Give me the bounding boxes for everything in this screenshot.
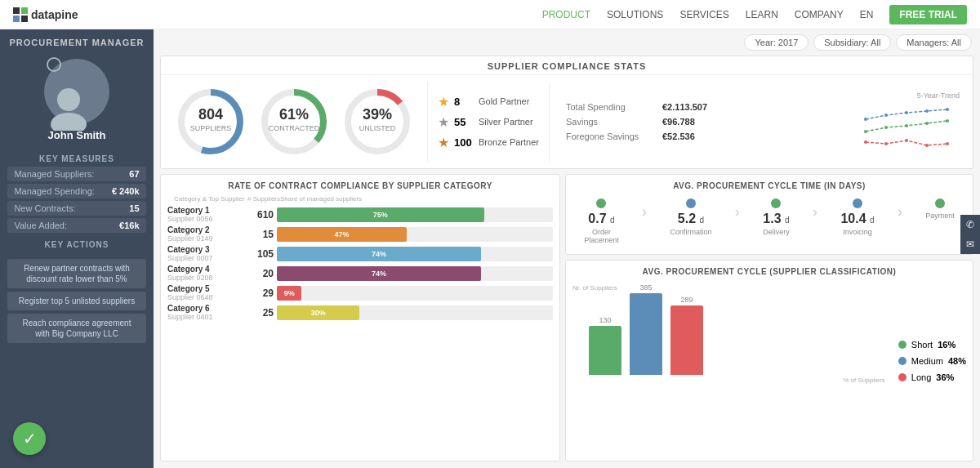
cycle-arrow-2: › bbox=[813, 198, 817, 221]
gauges-section: 804 SUPPLIERS 61% CONTRACTED bbox=[167, 82, 421, 162]
supplier-classification-card: AVG. PROCUREMENT CYCLE (SUPPLIER CLASSIF… bbox=[565, 260, 973, 461]
nav-solutions[interactable]: SOLUTIONS bbox=[607, 9, 663, 20]
cycle-time-card: AVG. PROCUREMENT CYCLE TIME (IN DAYS) 0.… bbox=[565, 174, 973, 255]
svg-rect-3 bbox=[21, 16, 28, 22]
shield-badge[interactable]: ✓ bbox=[13, 422, 46, 455]
spending-savings-label: Savings bbox=[566, 117, 656, 127]
cycle-value-0: 0.7 bbox=[588, 212, 610, 225]
classification-bar-area: Nr. of Suppliers 130 385 bbox=[572, 284, 885, 382]
key-actions-list: Renew partner contracts with discount ra… bbox=[7, 259, 145, 346]
gauge-suppliers-svg: 804 SUPPLIERS bbox=[174, 85, 247, 158]
phone-icon[interactable]: ✆ bbox=[960, 215, 980, 234]
cycle-dot-4 bbox=[935, 198, 945, 208]
bar-fill-2: 74% bbox=[277, 247, 481, 261]
chart-col1-label: Category & Top Supplier bbox=[174, 195, 247, 203]
nav-product[interactable]: PRODUCT bbox=[542, 9, 590, 20]
bar-sup-0: Supplier 0056 bbox=[167, 215, 241, 223]
email-icon[interactable]: ✉ bbox=[960, 234, 980, 254]
nav-lang[interactable]: EN bbox=[860, 9, 874, 20]
gauge-unlisted-svg: 39% UNLISTED bbox=[341, 85, 414, 158]
spending-section: Total Spending €2.113.507 Savings €96.78… bbox=[556, 82, 849, 162]
action-btn-1[interactable]: Register top 5 unlisted suppliers bbox=[7, 292, 145, 310]
cycle-arrow-0: › bbox=[642, 198, 647, 221]
cycle-step-2: 1.3 d Delivery bbox=[763, 198, 790, 236]
legend-pct-0: 16% bbox=[938, 340, 956, 350]
free-trial-button[interactable]: FREE TRIAL bbox=[889, 5, 967, 25]
trend-chart bbox=[862, 103, 960, 152]
gold-count: 8 bbox=[454, 96, 474, 108]
gold-label: Gold Partner bbox=[479, 96, 529, 106]
svg-point-23 bbox=[864, 130, 867, 133]
bar-count-4: 29 bbox=[244, 287, 274, 299]
legend-label-0: Short bbox=[911, 340, 933, 350]
svg-rect-1 bbox=[21, 7, 28, 14]
kpi-label-3: Value Added: bbox=[14, 221, 67, 230]
content-grid: SUPPLIER COMPLIANCE STATS 804 SUPPLIERS bbox=[154, 56, 980, 468]
svg-text:UNLISTED: UNLISTED bbox=[359, 124, 396, 132]
classification-title: AVG. PROCUREMENT CYCLE (SUPPLIER CLASSIF… bbox=[572, 267, 966, 276]
spending-foregone: Foregone Savings €52.536 bbox=[566, 131, 839, 141]
bar-label-5: Category 6 Supplier 0401 bbox=[167, 304, 241, 321]
gauge-suppliers: 804 SUPPLIERS bbox=[174, 85, 247, 158]
spending-foregone-label: Foregone Savings bbox=[566, 131, 656, 141]
svg-point-19 bbox=[884, 114, 888, 117]
v-bar-fill-0 bbox=[589, 326, 621, 375]
avatar-svg bbox=[44, 82, 93, 131]
nav-learn[interactable]: LEARN bbox=[746, 9, 778, 20]
bar-count-3: 20 bbox=[244, 268, 274, 279]
bar-count-0: 610 bbox=[244, 209, 274, 221]
cycle-step-4: Payment bbox=[925, 198, 955, 220]
cycle-step-0: 0.7 d OrderPlacement bbox=[584, 198, 619, 244]
cycle-label-0: OrderPlacement bbox=[584, 228, 619, 244]
bar-fill-0: 75% bbox=[277, 207, 484, 222]
svg-point-31 bbox=[925, 144, 929, 147]
legend-dot-0 bbox=[898, 341, 906, 349]
bar-cat-3: Category 4 bbox=[167, 265, 241, 274]
compliance-card: SUPPLIER COMPLIANCE STATS 804 SUPPLIERS bbox=[160, 56, 973, 169]
v-bar-label-1: 385 bbox=[639, 283, 652, 292]
filters-bar: Year: 2017 Subsidiary: All Managers: All bbox=[154, 29, 980, 56]
logo[interactable]: datapine bbox=[13, 7, 78, 22]
cycle-dot-2 bbox=[771, 198, 781, 208]
v-bar-2: 289 bbox=[670, 296, 703, 375]
action-btn-0[interactable]: Renew partner contracts with discount ra… bbox=[7, 259, 145, 288]
bronze-label: Bronze Partner bbox=[479, 137, 539, 147]
legend-dot-2 bbox=[898, 373, 906, 381]
svg-rect-2 bbox=[13, 16, 20, 22]
legend-dot-1 bbox=[898, 357, 906, 365]
silver-count: 55 bbox=[454, 116, 474, 128]
svg-point-5 bbox=[51, 113, 87, 131]
filter-managers[interactable]: Managers: All bbox=[896, 34, 972, 51]
cycle-arrow-1: › bbox=[735, 198, 740, 221]
kpi-value-3: €16k bbox=[119, 221, 139, 230]
bronze-star-icon: ★ bbox=[438, 135, 449, 150]
bar-row-2: Category 3 Supplier 0007 105 74% bbox=[167, 245, 553, 262]
nav-company[interactable]: COMPANY bbox=[795, 9, 844, 20]
v-bar-fill-2 bbox=[670, 305, 703, 375]
right-charts: AVG. PROCUREMENT CYCLE TIME (IN DAYS) 0.… bbox=[565, 174, 973, 461]
cycle-label-3: Invoicing bbox=[840, 228, 874, 236]
filter-subsidiary[interactable]: Subsidiary: All bbox=[813, 34, 891, 51]
svg-point-20 bbox=[905, 111, 908, 114]
user-name: John Smith bbox=[48, 129, 106, 141]
nav-services[interactable]: SERVICES bbox=[679, 9, 728, 20]
filter-year[interactable]: Year: 2017 bbox=[744, 34, 808, 51]
spending-total-value: €2.113.507 bbox=[662, 102, 707, 112]
bar-label-1: Category 2 Supplier 0149 bbox=[167, 225, 241, 243]
bar-row-0: Category 1 Supplier 0056 610 75% bbox=[167, 206, 553, 223]
action-btn-2[interactable]: Reach compliance agreement with Big Comp… bbox=[7, 314, 145, 343]
svg-point-32 bbox=[946, 142, 949, 145]
kpi-row-1: Managed Spending: € 240k bbox=[7, 184, 145, 198]
main-content: Year: 2017 Subsidiary: All Managers: All… bbox=[154, 29, 980, 468]
legend-label-2: Long bbox=[911, 372, 931, 382]
v-bar-1: 385 bbox=[630, 283, 662, 375]
partner-section: ★ 8 Gold Partner ★ 55 Silver Partner ★ 1… bbox=[427, 82, 550, 162]
cycle-label-1: Confirmation bbox=[670, 228, 711, 236]
y-label-right: % of Suppliers bbox=[572, 377, 885, 384]
spending-total-label: Total Spending bbox=[566, 102, 656, 112]
key-actions-title: KEY ACTIONS bbox=[45, 235, 109, 252]
y-label-left: Nr. of Suppliers bbox=[572, 284, 885, 292]
bar-sup-3: Supplier 0208 bbox=[167, 274, 241, 282]
svg-text:CONTRACTED: CONTRACTED bbox=[269, 124, 320, 132]
bar-track-1: 47% bbox=[277, 227, 553, 242]
